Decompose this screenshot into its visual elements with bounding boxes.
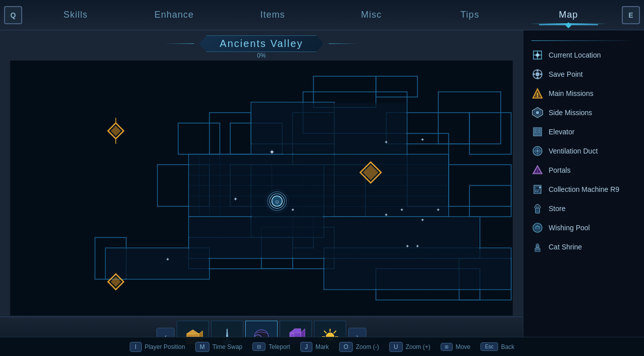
wishing-pool-label: Wishing Pool (549, 224, 590, 232)
legend-item-save-point: Save Point (531, 68, 636, 80)
map-canvas: ✦ ✦ ✦ ✦ ✦ ✦ ✦ ✦ ✦ ✦ ✦ ✦ (10, 61, 513, 316)
key-move: ⊞ (441, 343, 453, 351)
svg-text:✦: ✦ (420, 217, 424, 223)
svg-line-94 (334, 331, 336, 333)
control-player-position: I Player Position (130, 342, 185, 352)
store-label: Store (549, 205, 565, 213)
svg-point-101 (535, 72, 540, 76)
legend-item-portals: ! Portals (531, 164, 636, 176)
svg-rect-145 (536, 247, 538, 248)
svg-text:✦: ✦ (384, 212, 388, 218)
controls-bar: I Player Position M Time Swap ⊟ Teleport… (0, 337, 644, 356)
portals-icon: ! (531, 164, 544, 176)
label-move: Move (456, 343, 470, 350)
label-zoom-plus: Zoom (+) (406, 343, 431, 350)
svg-marker-143 (535, 243, 536, 245)
svg-text:✦: ✦ (400, 207, 404, 213)
key-esc: Esc (480, 342, 498, 351)
map-completion: 0% (164, 52, 359, 59)
legend-item-store: Store (531, 202, 636, 215)
wishing-pool-icon (531, 222, 544, 234)
legend-item-cat-shrine: Cat Shrine (531, 241, 636, 253)
map-area: Ancients Valley 0% (0, 30, 523, 356)
svg-text:✦: ✦ (420, 137, 424, 142)
tab-map[interactable]: Map (519, 6, 618, 24)
current-location-label: Current Location (549, 51, 601, 59)
nav-key-q[interactable]: Q (4, 6, 22, 24)
collection-machine-icon (531, 183, 544, 195)
svg-marker-144 (539, 243, 540, 245)
svg-rect-130 (535, 190, 536, 192)
legend-item-ventilation-duct: Ventilation Duct (531, 145, 636, 157)
svg-point-133 (539, 186, 541, 188)
nav-tabs: Skills Enhance Items Misc Tips Map (26, 6, 618, 24)
svg-rect-141 (536, 246, 539, 249)
collection-machine-label: Collection Machine R9 (549, 185, 619, 193)
map-area-name: Ancients Valley (220, 38, 303, 49)
label-time-swap: Time Swap (212, 343, 243, 350)
legend-item-current-location: Current Location (531, 49, 636, 61)
svg-text:!: ! (537, 169, 538, 173)
label-zoom-minus: Zoom (-) (356, 343, 379, 350)
legend-item-collection-machine: Collection Machine R9 (531, 183, 636, 195)
key-j: J (300, 342, 312, 352)
legend-divider (531, 40, 636, 41)
key-teleport: ⊟ (252, 342, 265, 351)
key-m: M (195, 342, 209, 352)
top-navigation: Q Skills Enhance Items Misc Tips Map E (0, 0, 644, 30)
elevator-label: Elevator (549, 128, 574, 136)
svg-text:☺: ☺ (275, 199, 280, 205)
svg-rect-37 (252, 104, 406, 154)
control-zoom-plus: U Zoom (+) (389, 342, 431, 352)
svg-text:✦: ✦ (405, 243, 409, 249)
tab-enhance[interactable]: Enhance (125, 6, 223, 24)
svg-point-99 (536, 54, 539, 57)
control-back: Esc Back (480, 342, 514, 351)
svg-line-92 (324, 331, 327, 333)
control-teleport: ⊟ Teleport (252, 342, 290, 351)
svg-text:✦: ✦ (233, 196, 238, 202)
main-missions-icon (531, 87, 544, 99)
nav-key-e[interactable]: E (622, 6, 640, 24)
svg-point-112 (536, 111, 539, 114)
save-point-icon (531, 68, 544, 80)
main-content: Ancients Valley 0% (0, 30, 644, 356)
svg-rect-38 (252, 166, 323, 236)
svg-point-139 (535, 227, 540, 229)
legend-item-wishing-pool: Wishing Pool (531, 222, 636, 234)
side-missions-icon (531, 107, 544, 119)
label-player-position: Player Position (145, 343, 185, 350)
legend-panel: Current Location Save Point (523, 30, 644, 356)
label-teleport: Teleport (269, 343, 290, 350)
tab-misc[interactable]: Misc (322, 6, 420, 24)
title-line-left (164, 43, 194, 44)
svg-point-104 (533, 73, 535, 75)
svg-rect-135 (536, 210, 539, 213)
ventilation-duct-icon (531, 145, 544, 157)
ventilation-duct-label: Ventilation Duct (549, 147, 598, 155)
map-title-line: Ancients Valley (164, 35, 359, 52)
legend-item-side-missions: Side Missions (531, 107, 636, 119)
tab-tips[interactable]: Tips (420, 6, 519, 24)
map-title-container: Ancients Valley 0% (164, 35, 359, 59)
svg-point-105 (540, 73, 542, 75)
key-u: U (389, 342, 403, 352)
svg-text:✦: ✦ (291, 207, 295, 213)
legend-item-main-missions: Main Missions (531, 87, 636, 99)
control-move: ⊞ Move (441, 343, 470, 351)
svg-text:✦: ✦ (436, 207, 440, 213)
svg-rect-132 (535, 192, 540, 193)
tab-skills[interactable]: Skills (26, 6, 125, 24)
current-location-icon (531, 49, 544, 61)
portals-label: Portals (549, 166, 571, 174)
tab-items[interactable]: Items (224, 6, 322, 24)
key-i: I (130, 342, 142, 352)
save-point-label: Save Point (549, 70, 583, 78)
legend-item-elevator: Elevator (531, 126, 636, 138)
svg-rect-129 (535, 187, 540, 189)
svg-rect-40 (106, 249, 208, 278)
svg-point-109 (537, 96, 539, 97)
store-icon (531, 202, 544, 215)
label-back: Back (501, 343, 515, 350)
main-missions-label: Main Missions (549, 89, 594, 97)
